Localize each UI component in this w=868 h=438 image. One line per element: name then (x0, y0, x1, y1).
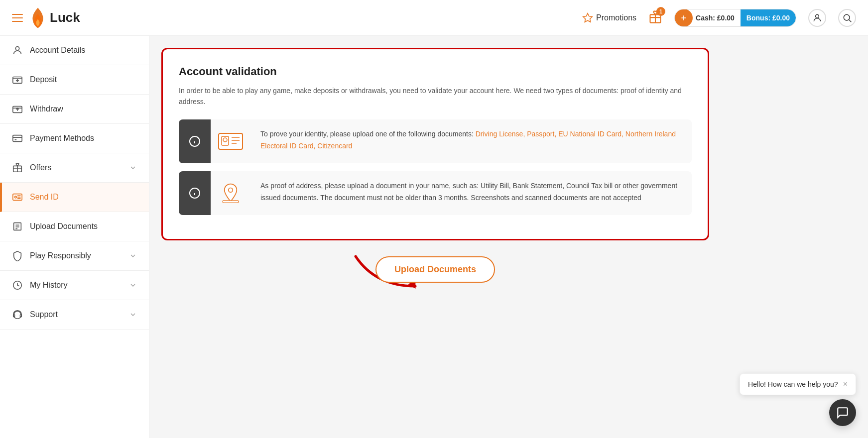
info-icon (189, 135, 201, 147)
plus-icon (680, 14, 688, 22)
deposit-icon (12, 74, 23, 85)
identity-text-prefix: To prove your identity, please upload on… (260, 130, 476, 138)
withdraw-icon (12, 104, 23, 114)
identity-dark-icon (179, 119, 211, 163)
address-dark-icon (179, 171, 211, 215)
svg-point-39 (229, 188, 233, 192)
gift-badge: 1 (656, 7, 665, 16)
validation-description: In order to be able to play any game, ma… (179, 85, 692, 108)
gift-icon (12, 162, 23, 173)
card-icon (12, 133, 23, 144)
clock-icon (12, 280, 23, 291)
svg-marker-0 (583, 13, 592, 21)
sidebar-label-upload-documents: Upload Documents (30, 222, 98, 231)
chat-tooltip-text: Hello! How can we help you? (748, 380, 838, 388)
info-icon (189, 187, 201, 199)
logo-text: Luck (50, 10, 80, 25)
address-doc-icon (218, 182, 244, 204)
address-doc-row: As proof of address, please upload a doc… (179, 171, 692, 215)
upload-section: Upload Documents (161, 256, 709, 283)
sidebar-label-deposit: Deposit (30, 75, 57, 84)
bonus-balance: Bonus: £0.00 (741, 9, 796, 26)
menu-button[interactable] (12, 14, 23, 22)
sidebar-label-account-details: Account Details (30, 46, 85, 55)
search-icon (842, 13, 852, 23)
address-doc-text: As proof of address, please upload a doc… (250, 171, 692, 213)
svg-line-6 (849, 19, 852, 22)
add-balance-button[interactable] (675, 9, 693, 27)
chevron-down-icon (129, 252, 137, 260)
svg-rect-40 (223, 201, 239, 203)
sidebar-label-offers: Offers (30, 163, 51, 172)
sidebar-item-account-details[interactable]: Account Details (0, 36, 149, 65)
chevron-down-icon (129, 164, 137, 172)
header: Luck Promotions 1 Cash: £0.00 (0, 0, 868, 36)
svg-rect-26 (20, 315, 22, 317)
shield-icon (12, 250, 23, 261)
cash-balance: Cash: £0.00 (690, 14, 741, 22)
gift-wrapper[interactable]: 1 (648, 10, 662, 26)
sidebar-label-payment-methods: Payment Methods (30, 134, 94, 143)
chevron-down-icon (129, 311, 137, 319)
identity-doc-row: To prove your identity, please upload on… (179, 119, 692, 163)
validation-title: Account validation (179, 65, 692, 78)
user-icon (812, 13, 822, 23)
chevron-down-icon (129, 281, 137, 289)
sidebar-label-withdraw: Withdraw (30, 105, 63, 113)
sidebar-item-send-id[interactable]: Send ID (0, 183, 149, 212)
identity-doc-text: To prove your identity, please upload on… (250, 119, 692, 161)
sidebar: Account Details Deposit Withdraw (0, 36, 149, 438)
chat-icon (836, 406, 849, 419)
address-orange-icon (211, 171, 250, 215)
sidebar-item-deposit[interactable]: Deposit (0, 65, 149, 95)
header-right: Promotions 1 Cash: £0.00 Bonus: £0.00 (582, 9, 856, 27)
balance-pill: Cash: £0.00 Bonus: £0.00 (674, 9, 796, 27)
svg-point-5 (844, 14, 850, 20)
sidebar-label-my-history: My History (30, 281, 68, 290)
upload-documents-button[interactable]: Upload Documents (375, 256, 495, 283)
sidebar-item-upload-documents[interactable]: Upload Documents (0, 212, 149, 241)
headphone-icon (12, 309, 23, 320)
svg-point-4 (816, 14, 819, 18)
sidebar-item-offers[interactable]: Offers (0, 153, 149, 183)
id-card-icon (218, 131, 244, 151)
chat-button[interactable] (829, 399, 856, 426)
upload-icon (12, 221, 23, 232)
chat-tooltip: Hello! How can we help you? × (740, 373, 856, 395)
sidebar-item-payment-methods[interactable]: Payment Methods (0, 124, 149, 153)
search-icon-button[interactable] (838, 9, 856, 27)
sidebar-label-send-id: Send ID (30, 193, 59, 202)
user-icon (12, 45, 23, 56)
sidebar-item-support[interactable]: Support (0, 300, 149, 329)
chat-widget: Hello! How can we help you? × (740, 373, 856, 426)
identity-orange-icon (211, 119, 250, 163)
sidebar-item-play-responsibly[interactable]: Play Responsibly (0, 241, 149, 271)
svg-point-15 (15, 196, 17, 198)
logo-flame-icon (29, 7, 47, 29)
header-left: Luck (12, 7, 80, 29)
id-icon (12, 192, 23, 203)
star-icon (582, 12, 593, 23)
layout: Account Details Deposit Withdraw (0, 36, 868, 438)
promotions-link[interactable]: Promotions (582, 12, 636, 23)
svg-rect-25 (13, 315, 15, 317)
sidebar-item-withdraw[interactable]: Withdraw (0, 95, 149, 124)
promotions-label: Promotions (596, 13, 636, 22)
validation-card: Account validation In order to be able t… (161, 48, 709, 240)
svg-point-7 (15, 47, 19, 50)
account-icon-button[interactable] (808, 9, 826, 27)
sidebar-item-my-history[interactable]: My History (0, 271, 149, 300)
logo[interactable]: Luck (29, 7, 80, 29)
sidebar-label-support: Support (30, 310, 58, 319)
svg-rect-10 (13, 135, 22, 142)
chat-close-button[interactable]: × (843, 380, 848, 389)
sidebar-label-play-responsibly: Play Responsibly (30, 251, 91, 260)
